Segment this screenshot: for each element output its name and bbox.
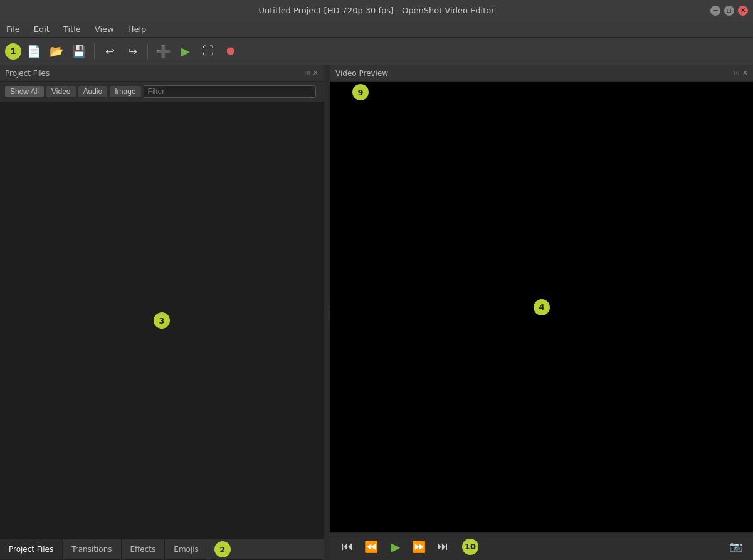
main-toolbar: 1 📄 📂 💾 ↩ ↪ ➕ ▶ ⛶ ⏺: [0, 38, 753, 65]
filter-image[interactable]: Image: [110, 86, 140, 97]
right-panel: Video Preview ⊞ ✕ 4 ⏮ ⏪ ▶ ⏩ ⏭ 10 📷: [330, 65, 753, 560]
fullscreen-toggle-button[interactable]: ⛶: [198, 41, 218, 61]
tab-transitions[interactable]: Transitions: [63, 539, 121, 559]
menu-view[interactable]: View: [92, 23, 117, 35]
video-preview-icon-1[interactable]: ⊞: [734, 69, 740, 77]
filter-input[interactable]: [144, 85, 316, 98]
fast-forward-end-button[interactable]: ⏭: [433, 537, 452, 556]
video-preview-header: Video Preview ⊞ ✕: [330, 65, 753, 82]
rewind-start-button[interactable]: ⏮: [338, 537, 357, 556]
toolbar-new-file-wrapper: 1 📄: [5, 41, 44, 61]
project-files-title: Project Files: [5, 69, 50, 78]
title-bar: Untitled Project [HD 720p 30 fps] - Open…: [0, 0, 753, 21]
menu-file[interactable]: File: [4, 23, 23, 35]
video-preview-icons: ⊞ ✕: [734, 69, 748, 77]
window-title: Untitled Project [HD 720p 30 fps] - Open…: [258, 6, 494, 15]
annotation-3: 3: [154, 312, 170, 329]
annotation-2-wrapper: 2: [208, 539, 324, 559]
menu-title[interactable]: Title: [61, 23, 83, 35]
add-button[interactable]: ➕: [153, 41, 173, 61]
maximize-button[interactable]: □: [724, 6, 734, 16]
tab-bar: Project Files Transitions Effects Emojis…: [0, 539, 324, 560]
menu-help[interactable]: Help: [125, 23, 149, 35]
project-files-icon-2[interactable]: ✕: [313, 69, 319, 77]
filter-bar: Show All Video Audio Image 9: [0, 82, 324, 102]
tab-effects[interactable]: Effects: [122, 539, 166, 559]
redo-button[interactable]: ↪: [122, 41, 142, 61]
minimize-button[interactable]: ─: [710, 6, 720, 16]
annotation-1: 1: [5, 43, 21, 60]
annotation-4: 4: [534, 299, 550, 315]
menu-edit[interactable]: Edit: [31, 23, 52, 35]
project-files-area: 3: [0, 102, 324, 539]
preview-play-button[interactable]: ▶: [176, 41, 196, 61]
video-preview-title: Video Preview: [335, 69, 388, 78]
divider-dots: · · ·: [325, 305, 330, 320]
new-file-button[interactable]: 📄: [24, 41, 44, 61]
main-content: Project Files ⊞ ✕ Show All Video Audio I…: [0, 65, 753, 560]
play-button[interactable]: ▶: [386, 537, 404, 556]
close-button[interactable]: ✕: [738, 6, 748, 16]
menu-bar: File Edit Title View Help: [0, 21, 753, 38]
annotation-2: 2: [214, 541, 231, 557]
screenshot-button[interactable]: 📷: [727, 537, 745, 556]
filter-show-all[interactable]: Show All: [5, 86, 44, 97]
filter-audio[interactable]: Audio: [78, 86, 108, 97]
save-button[interactable]: 💾: [69, 41, 89, 61]
window-controls: ─ □ ✕: [710, 6, 748, 16]
tab-emojis[interactable]: Emojis: [165, 539, 208, 559]
undo-button[interactable]: ↩: [100, 41, 120, 61]
filter-video[interactable]: Video: [46, 86, 75, 97]
tab-project-files[interactable]: Project Files: [0, 539, 63, 559]
toolbar-separator-2: [147, 44, 148, 59]
project-files-icon-1[interactable]: ⊞: [305, 69, 310, 77]
vertical-divider[interactable]: · · ·: [324, 65, 330, 560]
open-folder-button[interactable]: 📂: [46, 41, 66, 61]
video-preview-area: 4: [330, 82, 753, 532]
toolbar-separator-1: [94, 44, 95, 59]
fast-forward-button[interactable]: ⏩: [409, 537, 428, 556]
project-files-header: Project Files ⊞ ✕: [0, 65, 324, 82]
rewind-button[interactable]: ⏪: [362, 537, 381, 556]
project-files-icons: ⊞ ✕: [305, 69, 319, 77]
annotation-10: 10: [462, 539, 478, 555]
video-preview-icon-2[interactable]: ✕: [742, 69, 748, 77]
left-panel: Project Files ⊞ ✕ Show All Video Audio I…: [0, 65, 324, 560]
playback-controls: ⏮ ⏪ ▶ ⏩ ⏭ 10 📷: [330, 532, 753, 560]
record-button[interactable]: ⏺: [221, 41, 241, 61]
